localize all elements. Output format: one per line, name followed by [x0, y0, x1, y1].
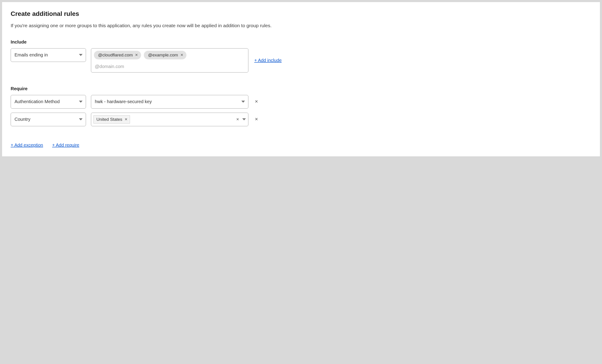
chip-label: @cloudflared.com [98, 52, 133, 58]
include-rule-row: Emails ending in @cloudflared.com ✕ @exa… [11, 48, 591, 73]
require-selector-value: Authentication Method [14, 99, 60, 104]
chevron-down-icon [79, 118, 83, 120]
country-chip: United States ✕ [94, 115, 130, 124]
require-rule-row: Authentication Method hwk - hardware-sec… [11, 95, 591, 109]
require-value-dropdown[interactable]: hwk - hardware-secured key [91, 95, 248, 109]
chevron-down-icon [242, 118, 246, 120]
add-include-link[interactable]: + Add include [254, 58, 282, 63]
clear-all-icon[interactable]: ✕ [235, 117, 240, 122]
add-include-wrapper: + Add include [254, 53, 282, 67]
include-tag-text-input[interactable] [94, 61, 246, 71]
chip-remove-icon[interactable]: ✕ [180, 53, 183, 57]
chevron-down-icon [241, 101, 245, 103]
chip-label: United States [97, 117, 122, 122]
include-selector-dropdown[interactable]: Emails ending in [11, 48, 86, 62]
remove-rule-icon[interactable]: ✕ [253, 95, 259, 104]
email-domain-chip: @cloudflared.com ✕ [94, 51, 141, 59]
chevron-down-icon [79, 101, 83, 103]
country-multiselect[interactable]: United States ✕ ✕ [91, 113, 248, 126]
page-title: Create additional rules [11, 10, 591, 17]
chip-remove-icon[interactable]: ✕ [135, 53, 138, 57]
require-label: Require [11, 86, 591, 91]
chevron-down-icon [79, 54, 83, 56]
include-section: Include Emails ending in @cloudflared.co… [11, 40, 591, 73]
chip-label: @example.com [148, 52, 178, 58]
chip-remove-icon[interactable]: ✕ [125, 118, 128, 121]
require-selector-value: Country [14, 117, 30, 122]
require-value-text: hwk - hardware-secured key [95, 99, 152, 104]
footer-links: + Add exception + Add require [11, 143, 591, 148]
add-exception-link[interactable]: + Add exception [11, 143, 43, 148]
create-rules-panel: Create additional rules If you're assign… [2, 2, 600, 157]
email-domain-chip: @example.com ✕ [144, 51, 186, 59]
page-description: If you're assigning one or more groups t… [11, 22, 306, 30]
require-selector-dropdown[interactable]: Authentication Method [11, 95, 86, 109]
require-selector-dropdown[interactable]: Country [11, 113, 86, 126]
require-rule-row: Country United States ✕ ✕ ✕ [11, 113, 591, 126]
remove-rule-icon[interactable]: ✕ [253, 113, 259, 121]
include-label: Include [11, 40, 591, 45]
include-tags-input[interactable]: @cloudflared.com ✕ @example.com ✕ [91, 48, 248, 73]
require-section: Require Authentication Method hwk - hard… [11, 86, 591, 126]
include-selector-value: Emails ending in [14, 52, 48, 58]
add-require-link[interactable]: + Add require [52, 143, 79, 148]
